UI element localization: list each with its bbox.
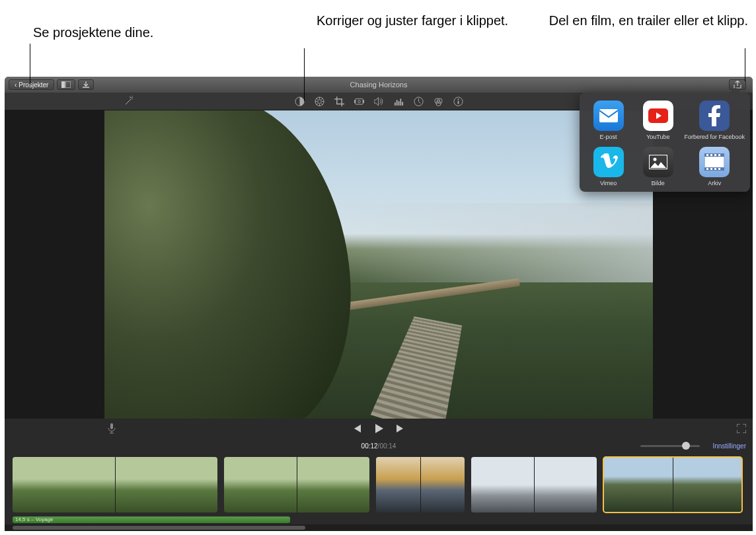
bilde-icon (643, 147, 673, 177)
svg-point-4 (317, 99, 321, 103)
svg-rect-9 (394, 102, 395, 105)
svg-rect-10 (396, 100, 397, 105)
svg-rect-33 (706, 168, 708, 170)
chevron-left-icon: ‹ (15, 81, 17, 89)
svg-rect-6 (354, 100, 356, 103)
clip-thumbnail (471, 457, 534, 513)
svg-point-19 (457, 99, 459, 100)
preview-frame (104, 110, 653, 419)
vimeo-icon (593, 147, 624, 177)
svg-rect-5 (355, 99, 362, 104)
svg-rect-30 (710, 154, 712, 156)
svg-rect-20 (457, 101, 459, 104)
library-toggle-button[interactable] (57, 79, 75, 90)
svg-rect-11 (398, 101, 399, 106)
speed-icon[interactable] (413, 96, 424, 106)
share-item-vimeo[interactable]: Vimeo (585, 147, 632, 186)
svg-rect-35 (714, 168, 716, 170)
next-button[interactable] (395, 425, 404, 432)
clip-thumbnail (673, 457, 743, 513)
clip-thumbnail (224, 457, 297, 513)
app-window: ‹ Prosjekter Chasing Horizons (5, 77, 753, 531)
info-icon[interactable] (453, 96, 463, 106)
previous-button[interactable] (353, 425, 362, 432)
callout-line (30, 44, 30, 85)
svg-rect-31 (714, 154, 716, 156)
download-arrow-icon (83, 81, 89, 88)
clip-thumbnail (297, 457, 370, 513)
projects-button-label: Prosjekter (19, 81, 48, 89)
filter-icon[interactable] (433, 96, 443, 106)
audio-clip[interactable]: 14,5 s – Voyage (13, 516, 290, 523)
stabilize-icon[interactable] (354, 96, 364, 106)
timeline-clip[interactable] (376, 457, 465, 513)
youtube-icon (643, 101, 673, 131)
volume-icon[interactable] (373, 96, 384, 106)
color-wheel-icon[interactable] (314, 96, 324, 106)
timeline-scrollbar[interactable] (5, 524, 753, 531)
svg-rect-34 (710, 168, 712, 170)
microphone-icon[interactable] (108, 423, 116, 434)
svg-rect-29 (706, 154, 708, 156)
clip-thumbnail (116, 457, 218, 513)
svg-rect-7 (363, 100, 364, 103)
settings-link[interactable]: Innstillinger (712, 442, 746, 450)
clip-thumbnail (603, 457, 673, 513)
timecode-bar: 00:12 / 00:14 Innstillinger (5, 438, 753, 453)
clip-thumbnail (421, 457, 465, 513)
scrollbar-thumb[interactable] (13, 526, 305, 530)
svg-rect-32 (718, 154, 720, 156)
clip-thumbnail (13, 457, 115, 513)
callout-line (745, 48, 745, 81)
svg-point-25 (653, 158, 656, 161)
email-icon (593, 101, 624, 131)
timeline-clip[interactable] (471, 457, 597, 513)
library-icon (61, 81, 71, 88)
import-button[interactable] (78, 79, 94, 90)
zoom-slider-knob[interactable] (682, 442, 690, 450)
magic-wand-icon[interactable] (124, 96, 134, 106)
timecode-current: 00:12 (361, 442, 378, 450)
share-item-youtube[interactable]: YouTube (634, 101, 681, 140)
share-item-label: Forbered for Facebook (684, 134, 745, 140)
svg-rect-12 (400, 99, 401, 105)
share-item-label: Bilde (652, 180, 665, 186)
audio-track-area: 14,5 s – Voyage (5, 516, 753, 524)
fullscreen-icon[interactable] (737, 424, 746, 433)
svg-point-8 (358, 100, 360, 103)
equalizer-icon[interactable] (393, 96, 404, 106)
share-item-email[interactable]: E-post (585, 101, 632, 140)
share-item-fb[interactable]: Forbered for Facebook (684, 101, 745, 140)
share-item-label: Vimeo (600, 180, 617, 186)
svg-rect-13 (402, 101, 403, 105)
clip-thumbnail (535, 457, 597, 513)
timecode-total: 00:14 (379, 442, 396, 450)
share-item-label: Arkiv (708, 180, 721, 186)
play-button[interactable] (374, 424, 383, 433)
share-item-bilde[interactable]: Bilde (634, 147, 681, 186)
crop-icon[interactable] (334, 96, 344, 106)
zoom-slider[interactable] (640, 445, 700, 447)
timeline-clip[interactable] (603, 457, 742, 513)
fb-icon (699, 101, 730, 131)
svg-rect-22 (599, 109, 618, 122)
svg-rect-36 (718, 168, 720, 170)
callout-projects: Se prosjektene dine. (33, 24, 153, 41)
svg-rect-21 (110, 423, 113, 429)
svg-rect-0 (61, 81, 65, 88)
callout-share: Del en film, en trailer eller et klipp. (549, 12, 748, 29)
clip-thumbnail (376, 457, 420, 513)
arkiv-icon (699, 147, 730, 177)
share-item-label: E-post (600, 134, 617, 140)
timeline-clip[interactable] (13, 457, 217, 513)
timeline[interactable] (5, 453, 753, 516)
share-popover: E-postYouTubeForbered for FacebookVimeoB… (580, 93, 750, 192)
color-balance-icon[interactable] (294, 96, 305, 106)
playback-controls (5, 419, 753, 438)
toolbar: ‹ Prosjekter Chasing Horizons (5, 77, 753, 93)
share-item-label: YouTube (646, 134, 669, 140)
callout-color: Korriger og juster farger i klippet. (317, 12, 508, 29)
timeline-clip[interactable] (224, 457, 369, 513)
projects-button[interactable]: ‹ Prosjekter (9, 79, 54, 90)
share-item-arkiv[interactable]: Arkiv (684, 147, 745, 186)
